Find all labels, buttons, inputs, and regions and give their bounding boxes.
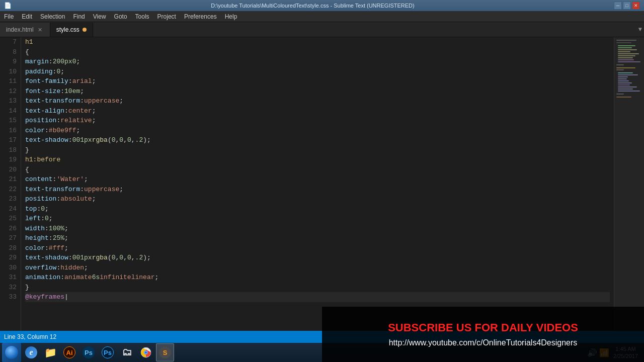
explorer-icon: 📁 [44, 346, 56, 358]
subscribe-url: http://www.youtube.com/c/OnlineTutorials… [389, 338, 578, 347]
menu-project[interactable]: Project [153, 11, 180, 22]
code-line: text-align: center; [25, 106, 610, 116]
taskbar-explorer-button[interactable]: 📁 [41, 343, 59, 361]
svg-rect-13 [616, 69, 624, 70]
taskbar-pscs3-button[interactable]: Ps [79, 343, 98, 361]
code-line: content: 'Water'; [25, 174, 610, 185]
chrome-icon [140, 346, 152, 358]
line-number: 28 [2, 243, 17, 253]
menu-tools[interactable]: Tools [131, 11, 153, 22]
line-number: 10 [2, 67, 17, 77]
svg-rect-15 [618, 74, 638, 75]
line-number: 13 [2, 96, 17, 106]
taskbar-files-button[interactable]: 🗂 [118, 343, 136, 361]
code-line: text-transform: uppercase; [25, 96, 610, 106]
pscs3-icon: Ps [83, 346, 95, 358]
svg-rect-20 [618, 84, 630, 85]
line-number: 21 [2, 174, 17, 185]
code-line: top: 0; [25, 204, 610, 214]
tab-index-html[interactable]: index.html ✕ [0, 23, 50, 37]
line-numbers: 7891011121314151617181920212223242526272… [0, 37, 21, 331]
svg-rect-9 [618, 59, 634, 60]
svg-rect-0 [616, 40, 636, 41]
line-number: 9 [2, 57, 17, 67]
menu-file[interactable]: File [0, 11, 18, 22]
taskbar-chrome-button[interactable] [137, 343, 155, 361]
line-number: 7 [2, 37, 17, 47]
svg-rect-17 [618, 78, 627, 79]
line-number: 22 [2, 185, 17, 195]
code-line: color: #b0e9ff; [25, 126, 610, 136]
line-number: 29 [2, 253, 17, 263]
tab-style-css[interactable]: style.css [50, 23, 93, 37]
svg-rect-18 [618, 80, 629, 81]
line-number: 23 [2, 194, 17, 204]
menu-preferences[interactable]: Preferences [180, 11, 221, 22]
menu-goto[interactable]: Goto [110, 11, 131, 22]
code-line: color: #fff; [25, 243, 610, 253]
code-line: { [25, 47, 610, 57]
svg-rect-23 [618, 90, 640, 92]
code-line: } [25, 145, 610, 155]
code-line: @keyframes | [25, 292, 610, 302]
line-number: 19 [2, 155, 17, 165]
code-line: } [25, 283, 610, 293]
files-icon: 🗂 [121, 346, 133, 358]
taskbar-ie-button[interactable]: e [22, 343, 40, 361]
svg-rect-14 [618, 72, 633, 73]
sublime-icon: S [159, 346, 171, 358]
minimize-button[interactable]: ─ [614, 2, 622, 10]
tab-chevron-icon[interactable]: ▼ [638, 26, 642, 33]
tab-modified-dot [83, 28, 87, 32]
menu-view[interactable]: View [89, 11, 110, 22]
tab-bar: index.html ✕ style.css ▼ [0, 22, 644, 37]
maximize-button[interactable]: □ [623, 2, 631, 10]
code-line: left: 0; [25, 214, 610, 224]
line-number: 33 [2, 292, 17, 302]
menu-find[interactable]: Find [69, 11, 89, 22]
svg-rect-12 [616, 67, 635, 68]
ai-icon: Ai [63, 346, 75, 358]
code-line: height: 25%; [25, 233, 610, 243]
svg-rect-24 [616, 94, 624, 95]
taskbar-photoshop-button[interactable]: Ps [99, 343, 117, 361]
photoshop-icon: Ps [102, 346, 114, 358]
code-line: text-shadow: 0 0 1px rgba(0,0,0,.2); [25, 135, 610, 145]
code-line: h1 [25, 37, 610, 47]
svg-rect-7 [618, 55, 635, 56]
line-number: 25 [2, 214, 17, 224]
code-line: font-family: arial; [25, 76, 610, 86]
start-orb-icon [5, 346, 18, 359]
svg-rect-19 [618, 82, 632, 83]
title-bar: 📄 D:\youtube Tutorials\MultiColouredText… [0, 0, 644, 11]
taskbar-sublime-button[interactable]: S [156, 343, 174, 361]
code-line: animation: animate 6s infinite linear; [25, 273, 610, 283]
code-area[interactable]: h1{ margin: 200px 0; padding: 0; font-fa… [21, 37, 614, 331]
line-number: 27 [2, 233, 17, 243]
taskbar-ai-button[interactable]: Ai [60, 343, 78, 361]
line-number: 16 [2, 126, 17, 136]
title-bar-icon: 📄 [4, 2, 12, 9]
line-number: 24 [2, 204, 17, 214]
minimap [614, 37, 644, 331]
line-number: 8 [2, 47, 17, 57]
title-bar-controls: ─ □ ✕ [614, 2, 640, 10]
tab-close-icon[interactable]: ✕ [37, 26, 44, 33]
line-number: 18 [2, 145, 17, 155]
start-button[interactable] [2, 343, 21, 362]
svg-rect-21 [618, 86, 637, 87]
subscribe-text: SUBSCRIBE US FOR DAILY VIDEOS [388, 321, 578, 334]
line-number: 31 [2, 273, 17, 283]
line-number: 14 [2, 106, 17, 116]
menu-selection[interactable]: Selection [36, 11, 69, 22]
close-button[interactable]: ✕ [632, 2, 640, 10]
menu-edit[interactable]: Edit [18, 11, 36, 22]
line-number: 11 [2, 76, 17, 86]
code-line: text-shadow: 0 0 1px rgba(0,0,0,.2); [25, 253, 610, 263]
code-line: overflow: hidden; [25, 263, 610, 273]
menu-help[interactable]: Help [221, 11, 242, 22]
svg-rect-10 [618, 61, 640, 62]
svg-rect-5 [618, 51, 630, 52]
status-position: Line 33, Column 12 [4, 333, 56, 340]
tab-right-area: ▼ [636, 22, 644, 37]
